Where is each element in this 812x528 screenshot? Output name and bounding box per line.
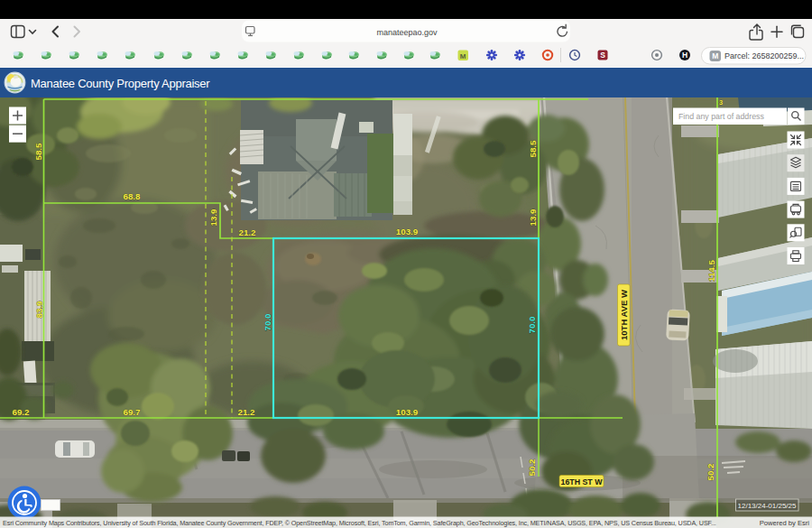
svg-text:83.9: 83.9 xyxy=(34,301,44,319)
svg-text:103.9: 103.9 xyxy=(396,407,419,417)
svg-text:114.5: 114.5 xyxy=(706,259,716,282)
svg-text:3: 3 xyxy=(719,98,724,107)
svg-text:Parcel: 2658200259...: Parcel: 2658200259... xyxy=(724,51,804,60)
svg-text:69.2: 69.2 xyxy=(12,407,30,417)
svg-text:H: H xyxy=(682,51,687,60)
svg-text:12/13/24-01/25/25: 12/13/24-01/25/25 xyxy=(738,502,797,510)
svg-text:Find any part of address: Find any part of address xyxy=(678,112,764,121)
svg-text:21.2: 21.2 xyxy=(238,227,256,237)
svg-text:Powered by Esri: Powered by Esri xyxy=(760,519,810,527)
svg-text:58.5: 58.5 xyxy=(33,143,43,161)
svg-text:103.9: 103.9 xyxy=(396,227,419,236)
svg-text:13.9: 13.9 xyxy=(208,208,218,227)
svg-text:13.9: 13.9 xyxy=(528,208,538,227)
svg-text:manateepao.gov: manateepao.gov xyxy=(376,28,438,37)
svg-text:70.0: 70.0 xyxy=(527,316,537,334)
svg-text:10TH AVE W: 10TH AVE W xyxy=(619,290,629,340)
svg-text:50.2: 50.2 xyxy=(527,459,537,477)
svg-text:M: M xyxy=(460,52,466,60)
svg-text:68.8: 68.8 xyxy=(123,191,141,201)
svg-text:70.0: 70.0 xyxy=(263,313,272,331)
svg-text:69.7: 69.7 xyxy=(123,407,141,417)
svg-text:Esri Community Maps Contributo: Esri Community Maps Contributors, Univer… xyxy=(3,519,716,527)
svg-text:58.5: 58.5 xyxy=(528,140,538,158)
svg-text:S: S xyxy=(600,51,605,60)
svg-text:M: M xyxy=(712,51,718,60)
svg-text:21.2: 21.2 xyxy=(237,407,255,417)
svg-text:50.2: 50.2 xyxy=(706,463,715,481)
svg-text:16TH ST W: 16TH ST W xyxy=(561,477,604,486)
